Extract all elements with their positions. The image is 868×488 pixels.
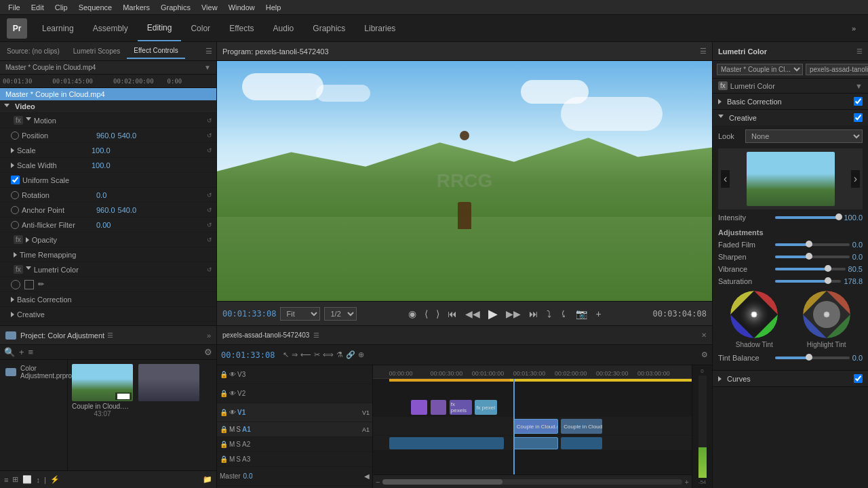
project-automate-icon[interactable]: ⚡ — [50, 475, 60, 484]
ec-dropdown[interactable]: ▼ — [204, 64, 211, 71]
menu-edit[interactable]: Edit — [26, 2, 50, 13]
fit-select[interactable]: Fit 25% 50% 100% — [280, 307, 320, 321]
look-prev-btn[interactable]: ‹ — [721, 170, 730, 188]
curves-enable[interactable] — [854, 374, 863, 383]
preview-current-time[interactable]: 00:01:33:08 — [222, 309, 276, 319]
creative-enable[interactable] — [854, 113, 863, 122]
tab-graphics[interactable]: Graphics — [303, 15, 355, 41]
ec-motion-row[interactable]: fx Motion ↺ — [0, 113, 216, 128]
v2-track-select[interactable]: V2 — [237, 390, 245, 397]
tl-filter-icon[interactable]: ⚗ — [336, 350, 343, 359]
ec-lumetri-row[interactable]: fx Lumetri Color ↺ — [0, 262, 216, 277]
ec-scale-width-value[interactable]: 100.0 — [92, 161, 111, 169]
a2-lock[interactable]: 🔒 — [220, 441, 228, 448]
btn-insert[interactable]: ⤵ — [544, 307, 554, 321]
tab-effect-controls[interactable]: Effect Controls — [127, 43, 184, 59]
project-thumb-1[interactable]: ▇▇▇ Couple in Cloud.mp4 43:07 — [72, 364, 133, 418]
tl-tool-ripple[interactable]: ⟵ — [300, 350, 311, 359]
tl-settings-icon[interactable]: ⚙ — [701, 350, 708, 359]
project-list-view-icon[interactable]: ≡ — [4, 476, 8, 484]
a1-clip-2[interactable] — [561, 437, 602, 449]
a1-track-select[interactable]: A1 — [242, 426, 251, 433]
v2-lock[interactable]: 🔒 — [220, 390, 228, 397]
curves-header[interactable]: Curves — [713, 371, 868, 386]
tab-color[interactable]: Color — [181, 15, 220, 41]
basic-correction-enable[interactable] — [854, 97, 863, 106]
project-freeform-icon[interactable]: ⬜ — [22, 475, 32, 484]
tl-link-icon[interactable]: 🔗 — [346, 350, 355, 359]
tab-learning[interactable]: Learning — [33, 15, 83, 41]
v1-clip-selected[interactable]: Couple in Cloud.mp — [513, 419, 558, 434]
a1-solo[interactable]: S — [236, 426, 241, 433]
tab-lumetri-scopes[interactable]: Lumetri Scopes — [66, 44, 127, 58]
menu-window[interactable]: Window — [223, 2, 260, 13]
ec-opacity-row[interactable]: fx Opacity ↺ — [0, 232, 216, 247]
ec-uniform-scale-checkbox[interactable] — [11, 176, 20, 184]
menu-markers[interactable]: Markers — [117, 2, 155, 13]
ec-scale-reset[interactable]: ↺ — [207, 147, 212, 154]
highlight-tint-wheel[interactable] — [803, 291, 850, 338]
btn-go-in[interactable]: ⏮ — [445, 307, 460, 321]
btn-markers[interactable]: ◉ — [406, 307, 419, 321]
v1-lock[interactable]: 🔒 — [220, 409, 228, 416]
tab-assembly[interactable]: Assembly — [83, 15, 138, 41]
a3-lock[interactable]: 🔒 — [220, 455, 228, 463]
menu-view[interactable]: View — [196, 2, 223, 13]
shadow-tint-wheel[interactable] — [730, 291, 778, 338]
tl-scrollbar[interactable] — [382, 479, 682, 485]
ec-lumetri-reset[interactable]: ↺ — [207, 266, 212, 273]
ec-position-reset[interactable]: ↺ — [207, 132, 212, 139]
ec-antiflicker-reset[interactable]: ↺ — [207, 222, 212, 228]
tab-audio[interactable]: Audio — [264, 15, 304, 41]
v2-clip-1[interactable] — [411, 400, 427, 415]
tl-tool-track-select[interactable]: ⇒ — [292, 350, 298, 359]
ec-position-y[interactable]: 540.0 — [118, 131, 137, 140]
menu-sequence[interactable]: Sequence — [73, 2, 118, 13]
v3-track-select[interactable]: V3 — [237, 371, 245, 378]
tl-zoom-out[interactable]: − — [376, 478, 380, 486]
v2-clip-4[interactable]: fx pexel — [475, 400, 497, 415]
v3-visibility[interactable]: 👁 — [229, 371, 236, 378]
saturation-slider[interactable] — [775, 280, 841, 283]
ec-anchor-reset[interactable]: ↺ — [207, 207, 212, 214]
lumetri-sequence-select[interactable]: pexels-assad-tanoli-... — [806, 64, 868, 75]
btn-in[interactable]: ⟨ — [422, 307, 431, 321]
ratio-select[interactable]: 1/2 Full — [324, 307, 357, 321]
menu-file[interactable]: File — [3, 2, 26, 13]
v2-visibility[interactable]: 👁 — [229, 390, 236, 397]
v1-track-select[interactable]: V1 — [237, 409, 245, 416]
a1-lock[interactable]: 🔒 — [220, 426, 228, 433]
project-new-bin-icon[interactable]: 📁 — [203, 475, 212, 484]
tl-magnet-icon[interactable]: ⊕ — [358, 350, 364, 359]
creative-header[interactable]: Creative — [713, 110, 868, 125]
faded-film-slider[interactable] — [775, 243, 850, 246]
timeline-close-icon[interactable]: ✕ — [701, 331, 707, 339]
v2-clip-3[interactable]: fx pexels — [450, 400, 472, 415]
tab-effects[interactable]: Effects — [220, 15, 263, 41]
basic-correction-header[interactable]: Basic Correction — [713, 94, 868, 109]
sharpen-slider[interactable] — [775, 256, 850, 258]
btn-add[interactable]: + — [593, 307, 604, 321]
topnav-more[interactable]: » — [846, 22, 861, 35]
look-select[interactable]: None — [745, 129, 863, 143]
ec-basic-correction-row[interactable]: Basic Correction — [0, 292, 216, 307]
v1-sync[interactable]: V1 — [362, 409, 370, 416]
project-new-icon[interactable]: + — [19, 347, 24, 357]
a2-solo[interactable]: S — [236, 441, 241, 448]
ec-position-x[interactable]: 960.0 — [96, 131, 115, 140]
tl-zoom-in[interactable]: + — [685, 478, 689, 486]
btn-play[interactable]: ▶ — [486, 305, 500, 323]
v2-clip-2[interactable] — [431, 400, 447, 415]
intensity-slider[interactable] — [775, 216, 841, 219]
v1-clip-2[interactable]: Couple in Cloud.mp4 — [561, 419, 602, 434]
a1-clip-selected[interactable] — [513, 437, 558, 449]
a1-clip-1[interactable] — [389, 437, 504, 449]
lumetri-panel-menu[interactable]: ☰ — [856, 47, 863, 55]
ec-motion-reset[interactable]: ↺ — [207, 117, 212, 124]
project-grid-view-icon[interactable]: ⊞ — [12, 475, 18, 484]
ec-antiflicker-value[interactable]: 0.00 — [96, 221, 111, 229]
timeline-current-time[interactable]: 00:01:33:08 — [221, 350, 275, 360]
tl-tool-slip[interactable]: ⟺ — [323, 350, 334, 359]
btn-go-out[interactable]: ⏭ — [526, 307, 541, 321]
menu-graphics[interactable]: Graphics — [155, 2, 196, 13]
